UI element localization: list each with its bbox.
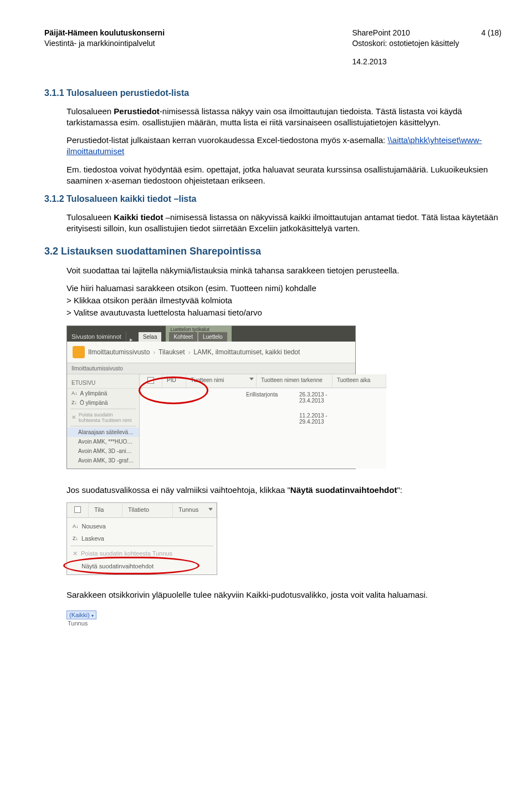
- column-tila[interactable]: Tila: [89, 503, 122, 517]
- section-3-2-body: Voit suodattaa tai lajitella näkymiä/lis…: [66, 265, 502, 319]
- site-name-bar: Ilmoittautumissivusto: [67, 363, 355, 374]
- heading-3-1-1: 3.1.1 Tulosalueen perustiedot-lista: [44, 88, 502, 98]
- text: ":: [397, 485, 402, 495]
- step-item: > Klikkaa otsikon perään ilmestyvää kolm…: [66, 295, 502, 306]
- ribbon-tabgroup: Luettelon työkalut KohteetLuettelo: [166, 325, 231, 342]
- tab-items[interactable]: Kohteet: [169, 332, 197, 342]
- text: Tulosalueen: [66, 212, 114, 222]
- site-logo-icon[interactable]: [73, 346, 85, 358]
- breadcrumb: Ilmoittautumissivusto › Tilaukset › LAMK…: [67, 342, 355, 363]
- text-bold: Kaikki tiedot: [114, 212, 163, 222]
- para: Voit suodattaa tai lajitella näkymiä/lis…: [66, 265, 502, 276]
- list-row[interactable]: 11.2.2013 - 29.4.2013: [140, 410, 386, 427]
- text-bold: Perustiedot: [114, 106, 160, 116]
- para-after-shot1: Jos suodatusvalikossa ei näy valmiiksi v…: [66, 485, 502, 496]
- label: Poista suodatin kohteesta Tunnus: [81, 550, 172, 557]
- para: Tulosalueen Perustiedot-nimisessä listas…: [66, 106, 502, 129]
- heading-3-2: 3.2 Listauksen suodattaminen Sharepointi…: [44, 246, 502, 257]
- para-after-shot2: Sarakkeen otsikkorivin yläpuolelle tulee…: [66, 589, 502, 601]
- sort-ascending[interactable]: A↓ A ylimpänä: [67, 389, 139, 398]
- text: Jos suodatusvalikossa ei näy valmiiksi v…: [66, 485, 290, 495]
- cell: 26.3.2013 - 23.4.2013: [295, 389, 348, 406]
- header-right: SharePoint 2010 Ostoskori: ostotietojen …: [352, 28, 502, 80]
- document-page: Päijät-Hämeen koulutuskonserni Viestintä…: [0, 0, 532, 649]
- column-tilatieto[interactable]: Tilatieto: [122, 503, 173, 517]
- para: Perustiedot-listat julkaistaan kerran vu…: [66, 135, 502, 157]
- crumb-view[interactable]: LAMK, ilmoittautumiset, kaikki tiedot: [193, 348, 300, 356]
- chevron-down-icon: [208, 508, 213, 511]
- label: Poista suodatin kohteesta Tuotteen nimi: [79, 412, 135, 423]
- sort-az-icon: A↓: [71, 390, 78, 396]
- filter-dropdown-panel: ETUSIVU A↓ A ylimpänä Z↓ Ö ylimpänä ✕ Po…: [67, 374, 140, 469]
- para: Em. tiedostoa voivat hyödyntää esim. ope…: [66, 164, 502, 187]
- header-left: Päijät-Hämeen koulutuskonserni Viestintä…: [44, 28, 165, 80]
- checkbox-icon: [74, 506, 81, 513]
- label: Nouseva: [82, 523, 106, 530]
- column-header-row: Tila Tilatieto Tunnus: [67, 503, 217, 518]
- org-name: Päijät-Hämeen koulutuskonserni: [44, 28, 165, 38]
- annotation-circle: [139, 376, 208, 404]
- clear-filter[interactable]: ✕ Poista suodatin kohteesta Tuotteen nim…: [67, 410, 139, 425]
- para: Tulosalueen Kaikki tiedot –nimisessä lis…: [66, 212, 502, 235]
- tab-list[interactable]: Luettelo: [198, 332, 227, 342]
- filter-option[interactable]: Alaraajaan säteilevän kivun erotusdiagno…: [67, 428, 139, 437]
- page-header: Päijät-Hämeen koulutuskonserni Viestintä…: [44, 28, 502, 80]
- clear-filter-icon: ✕: [73, 550, 78, 557]
- ribbon: Sivuston toiminnot ▸ Selaa Luettelon työ…: [67, 326, 355, 342]
- page-number: 4 (18): [481, 28, 502, 80]
- column-tarkenne[interactable]: Tuotteen nimen tarkenne: [257, 374, 332, 388]
- tab-browse[interactable]: Selaa: [139, 332, 162, 342]
- chevron-down-icon: [249, 378, 254, 380]
- clear-filter-icon: ✕: [71, 414, 76, 420]
- crumb-list[interactable]: Tilaukset: [158, 348, 185, 356]
- chevron-right-icon: ›: [153, 349, 155, 355]
- label: Tunnus: [178, 506, 198, 513]
- filter-option[interactable]: Avoin AMK, ***HUOMIO***ATTENTION***, (3 …: [67, 437, 139, 446]
- column-tunnus[interactable]: Tunnus: [173, 503, 217, 517]
- filter-all-dropdown[interactable]: (Kaikki) ▾: [66, 610, 96, 619]
- text: Perustiedot-listat julkaistaan kerran vu…: [66, 135, 387, 145]
- filter-option[interactable]: Avoin AMK, 3D -grafiikan mallinnusohjelm…: [67, 456, 139, 465]
- label: Laskeva: [81, 535, 104, 542]
- sharepoint-window: Sivuston toiminnot ▸ Selaa Luettelon työ…: [66, 325, 356, 469]
- doc-subtitle: Ostoskori: ostotietojen käsittely: [352, 38, 459, 49]
- select-all-checkbox[interactable]: [67, 503, 89, 517]
- label: A ylimpänä: [80, 390, 108, 396]
- step-item: > Valitse avautuvasta luettelosta haluam…: [66, 307, 502, 318]
- label: Ö ylimpänä: [80, 400, 108, 406]
- cell: Erillistarjonta: [242, 389, 295, 406]
- column-aika[interactable]: Tuotteen aika: [332, 374, 386, 388]
- screenshot-kaikki-dropdown: (Kaikki) ▾ Tunnus: [66, 609, 105, 627]
- step-list: > Klikkaa otsikon perään ilmestyvää kolm…: [66, 295, 502, 319]
- sort-ascending[interactable]: A↓ Nouseva: [67, 520, 217, 532]
- separator: [70, 409, 136, 409]
- chevron-down-icon: ▾: [91, 613, 94, 618]
- sort-descending[interactable]: Z↓ Ö ylimpänä: [67, 398, 139, 408]
- crumb-site[interactable]: Ilmoittautumissivusto: [88, 348, 150, 356]
- sort-za-icon: Z↓: [71, 400, 77, 405]
- para: Vie hiiri haluamasi sarakkeen otsikon (e…: [66, 283, 502, 294]
- separator: [70, 546, 213, 546]
- sort-desc-icon: Z↓: [73, 536, 78, 541]
- chevron-right-icon: ›: [188, 349, 191, 355]
- sort-descending[interactable]: Z↓ Laskeva: [67, 532, 217, 545]
- screenshot-filter-menu: Tila Tilatieto Tunnus A↓ Nouseva Z↓ Lask…: [66, 502, 502, 575]
- annotation-circle: [63, 557, 200, 574]
- doc-date: 14.2.2013: [352, 57, 459, 67]
- section-3-1-1-body: Tulosalueen Perustiedot-nimisessä listas…: [66, 106, 502, 187]
- label: (Kaikki): [69, 612, 90, 618]
- tabgroup-title: Luettelon työkalut: [169, 327, 228, 332]
- screenshot-sharepoint-list: Sivuston toiminnot ▸ Selaa Luettelon työ…: [66, 325, 502, 469]
- org-dept: Viestintä- ja markkinointipalvelut: [44, 38, 165, 49]
- filter-option[interactable]: Avoin AMK, 3D -animaation -perusteet Cin…: [67, 446, 139, 456]
- list-row[interactable]: [140, 406, 386, 410]
- sort-asc-icon: A↓: [73, 523, 79, 529]
- doc-title: SharePoint 2010: [352, 28, 459, 38]
- text: Tulosalueen: [66, 106, 114, 116]
- column-label: Tunnus: [66, 619, 105, 627]
- nav-up-icon[interactable]: ▸: [130, 336, 135, 342]
- nav-home[interactable]: ETUSIVU: [67, 378, 139, 389]
- separator: [70, 426, 136, 426]
- para: Jos suodatusvalikossa ei näy valmiiksi v…: [66, 485, 502, 496]
- site-actions-menu[interactable]: Sivuston toiminnot: [67, 332, 126, 342]
